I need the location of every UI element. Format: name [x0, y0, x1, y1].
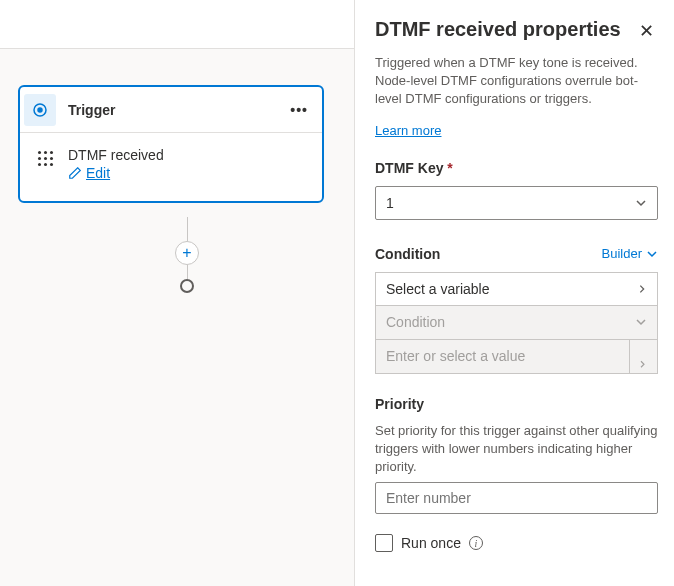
- trigger-title: Trigger: [68, 102, 290, 118]
- info-icon[interactable]: i: [469, 536, 483, 550]
- priority-label: Priority: [375, 396, 658, 412]
- properties-panel: DTMF received properties ✕ Triggered whe…: [354, 0, 674, 586]
- priority-help: Set priority for this trigger against ot…: [375, 422, 658, 477]
- connector: +: [175, 217, 199, 293]
- dtmf-key-select[interactable]: 1: [375, 186, 658, 220]
- run-once-checkbox[interactable]: [375, 534, 393, 552]
- svg-point-0: [38, 108, 42, 112]
- trigger-event-name: DTMF received: [68, 147, 164, 163]
- edit-link[interactable]: Edit: [68, 165, 110, 181]
- priority-input[interactable]: [375, 482, 658, 514]
- dtmf-key-label: DTMF Key *: [375, 160, 658, 176]
- trigger-node[interactable]: Trigger ••• DTMF received Edit: [18, 85, 324, 203]
- more-icon[interactable]: •••: [290, 102, 308, 118]
- condition-value-input[interactable]: Enter or select a value: [375, 340, 658, 374]
- trigger-body: DTMF received Edit: [20, 133, 322, 201]
- condition-builder: Select a variable Condition Enter or sel…: [375, 272, 658, 374]
- learn-more-link[interactable]: Learn more: [375, 123, 441, 138]
- panel-description: Triggered when a DTMF key tone is receiv…: [375, 54, 658, 109]
- pencil-icon: [68, 166, 82, 180]
- edit-label: Edit: [86, 165, 110, 181]
- chevron-down-icon: [635, 316, 647, 328]
- dtmf-key-value: 1: [386, 195, 394, 211]
- chevron-down-icon: [635, 197, 647, 209]
- trigger-header: Trigger •••: [20, 87, 322, 133]
- chevron-right-icon: [637, 284, 647, 294]
- builder-toggle[interactable]: Builder: [602, 246, 658, 261]
- end-circle-icon: [180, 279, 194, 293]
- condition-operator-select[interactable]: Condition: [375, 306, 658, 340]
- trigger-icon: [24, 94, 56, 126]
- panel-title: DTMF received properties: [375, 18, 621, 41]
- run-once-label: Run once: [401, 535, 461, 551]
- dtmf-numpad-icon: [38, 151, 56, 183]
- chevron-down-icon: [646, 248, 658, 260]
- condition-label: Condition: [375, 246, 440, 262]
- condition-variable-select[interactable]: Select a variable: [375, 272, 658, 306]
- close-icon[interactable]: ✕: [635, 18, 658, 44]
- chevron-right-icon: [629, 339, 647, 373]
- canvas: Trigger ••• DTMF received Edit +: [0, 48, 354, 586]
- add-node-button[interactable]: +: [175, 241, 199, 265]
